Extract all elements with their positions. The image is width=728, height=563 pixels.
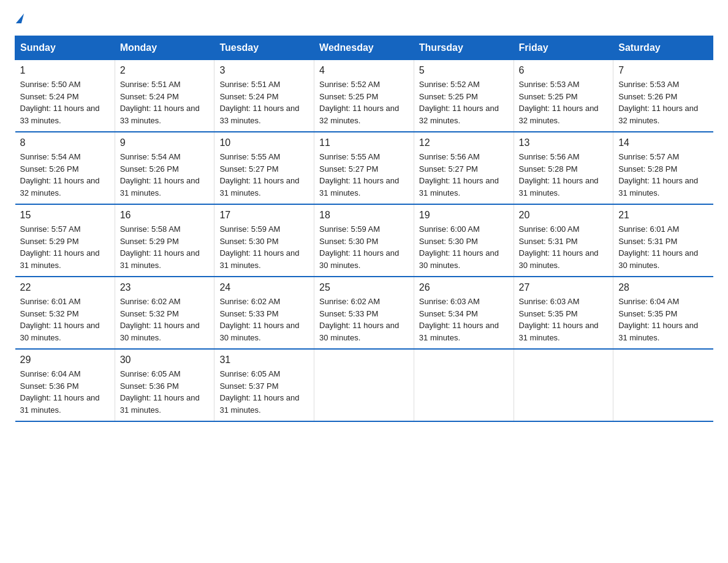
day-info: Sunrise: 6:05 AMSunset: 5:37 PMDaylight:… [219, 368, 309, 416]
calendar-day-cell [314, 349, 414, 421]
day-number: 6 [519, 65, 609, 76]
calendar-day-cell: 22 Sunrise: 6:01 AMSunset: 5:32 PMDaylig… [15, 277, 115, 349]
calendar-day-cell [613, 349, 713, 421]
day-number: 14 [618, 137, 708, 148]
day-info: Sunrise: 6:03 AMSunset: 5:34 PMDaylight:… [419, 296, 509, 343]
calendar-table: SundayMondayTuesdayWednesdayThursdayFrid… [15, 36, 713, 422]
day-number: 1 [20, 65, 110, 76]
calendar-week-row: 29 Sunrise: 6:04 AMSunset: 5:36 PMDaylig… [15, 349, 713, 421]
weekday-header-thursday: Thursday [414, 36, 514, 60]
calendar-week-row: 15 Sunrise: 5:57 AMSunset: 5:29 PMDaylig… [15, 204, 713, 277]
day-info: Sunrise: 6:02 AMSunset: 5:32 PMDaylight:… [120, 296, 210, 343]
day-number: 18 [319, 210, 409, 221]
calendar-day-cell: 25 Sunrise: 6:02 AMSunset: 5:33 PMDaylig… [314, 277, 414, 349]
calendar-day-cell: 11 Sunrise: 5:55 AMSunset: 5:27 PMDaylig… [314, 132, 414, 204]
day-info: Sunrise: 5:55 AMSunset: 5:27 PMDaylight:… [219, 151, 309, 199]
day-number: 7 [618, 65, 708, 76]
calendar-day-cell: 2 Sunrise: 5:51 AMSunset: 5:24 PMDayligh… [115, 60, 214, 132]
weekday-header-sunday: Sunday [15, 36, 115, 60]
weekday-header-tuesday: Tuesday [214, 36, 314, 60]
calendar-day-cell: 23 Sunrise: 6:02 AMSunset: 5:32 PMDaylig… [115, 277, 214, 349]
day-number: 17 [219, 210, 309, 221]
calendar-day-cell: 30 Sunrise: 6:05 AMSunset: 5:36 PMDaylig… [115, 349, 214, 421]
calendar-day-cell: 18 Sunrise: 5:59 AMSunset: 5:30 PMDaylig… [314, 204, 414, 277]
calendar-header: SundayMondayTuesdayWednesdayThursdayFrid… [15, 36, 713, 60]
day-number: 5 [419, 65, 509, 76]
day-number: 16 [120, 210, 210, 221]
calendar-day-cell [414, 349, 514, 421]
calendar-day-cell: 29 Sunrise: 6:04 AMSunset: 5:36 PMDaylig… [15, 349, 115, 421]
day-info: Sunrise: 5:59 AMSunset: 5:30 PMDaylight:… [219, 223, 309, 271]
day-info: Sunrise: 6:00 AMSunset: 5:30 PMDaylight:… [419, 223, 509, 271]
day-number: 30 [120, 354, 210, 366]
day-info: Sunrise: 6:05 AMSunset: 5:36 PMDaylight:… [120, 368, 210, 416]
day-number: 25 [319, 282, 409, 293]
day-info: Sunrise: 5:56 AMSunset: 5:27 PMDaylight:… [419, 151, 509, 199]
day-number: 21 [618, 210, 708, 221]
weekday-header-monday: Monday [115, 36, 214, 60]
day-info: Sunrise: 5:53 AMSunset: 5:25 PMDaylight:… [519, 79, 609, 126]
calendar-body: 1 Sunrise: 5:50 AMSunset: 5:24 PMDayligh… [15, 60, 713, 422]
page-header [15, 15, 713, 25]
day-number: 19 [419, 210, 509, 221]
day-number: 27 [519, 282, 609, 293]
day-info: Sunrise: 5:50 AMSunset: 5:24 PMDaylight:… [20, 79, 110, 126]
calendar-day-cell: 1 Sunrise: 5:50 AMSunset: 5:24 PMDayligh… [15, 60, 115, 132]
day-info: Sunrise: 6:01 AMSunset: 5:31 PMDaylight:… [618, 223, 708, 271]
calendar-day-cell: 26 Sunrise: 6:03 AMSunset: 5:34 PMDaylig… [414, 277, 514, 349]
day-info: Sunrise: 5:51 AMSunset: 5:24 PMDaylight:… [219, 79, 309, 126]
calendar-day-cell: 12 Sunrise: 5:56 AMSunset: 5:27 PMDaylig… [414, 132, 514, 204]
day-info: Sunrise: 5:54 AMSunset: 5:26 PMDaylight:… [120, 151, 210, 199]
day-number: 29 [20, 354, 110, 366]
logo [15, 15, 23, 25]
day-info: Sunrise: 5:57 AMSunset: 5:28 PMDaylight:… [618, 151, 708, 199]
day-number: 31 [219, 354, 309, 366]
calendar-day-cell: 5 Sunrise: 5:52 AMSunset: 5:25 PMDayligh… [414, 60, 514, 132]
calendar-week-row: 8 Sunrise: 5:54 AMSunset: 5:26 PMDayligh… [15, 132, 713, 204]
day-info: Sunrise: 5:57 AMSunset: 5:29 PMDaylight:… [20, 223, 110, 271]
calendar-day-cell: 7 Sunrise: 5:53 AMSunset: 5:26 PMDayligh… [613, 60, 713, 132]
calendar-day-cell: 24 Sunrise: 6:02 AMSunset: 5:33 PMDaylig… [214, 277, 314, 349]
day-number: 12 [419, 137, 509, 148]
calendar-day-cell: 17 Sunrise: 5:59 AMSunset: 5:30 PMDaylig… [214, 204, 314, 277]
calendar-day-cell: 28 Sunrise: 6:04 AMSunset: 5:35 PMDaylig… [613, 277, 713, 349]
day-number: 8 [20, 137, 110, 148]
day-info: Sunrise: 6:02 AMSunset: 5:33 PMDaylight:… [319, 296, 409, 343]
day-number: 28 [618, 282, 708, 293]
day-info: Sunrise: 5:56 AMSunset: 5:28 PMDaylight:… [519, 151, 609, 199]
calendar-day-cell: 19 Sunrise: 6:00 AMSunset: 5:30 PMDaylig… [414, 204, 514, 277]
calendar-day-cell: 9 Sunrise: 5:54 AMSunset: 5:26 PMDayligh… [115, 132, 214, 204]
day-info: Sunrise: 5:58 AMSunset: 5:29 PMDaylight:… [120, 223, 210, 271]
day-number: 15 [20, 210, 110, 221]
day-number: 20 [519, 210, 609, 221]
day-number: 3 [219, 65, 309, 76]
day-number: 26 [419, 282, 509, 293]
day-info: Sunrise: 5:55 AMSunset: 5:27 PMDaylight:… [319, 151, 409, 199]
calendar-day-cell: 6 Sunrise: 5:53 AMSunset: 5:25 PMDayligh… [514, 60, 613, 132]
day-number: 23 [120, 282, 210, 293]
day-info: Sunrise: 5:51 AMSunset: 5:24 PMDaylight:… [120, 79, 210, 126]
calendar-day-cell: 27 Sunrise: 6:03 AMSunset: 5:35 PMDaylig… [514, 277, 613, 349]
weekday-header-saturday: Saturday [613, 36, 713, 60]
weekday-header-wednesday: Wednesday [314, 36, 414, 60]
day-info: Sunrise: 5:54 AMSunset: 5:26 PMDaylight:… [20, 151, 110, 199]
calendar-day-cell: 8 Sunrise: 5:54 AMSunset: 5:26 PMDayligh… [15, 132, 115, 204]
day-info: Sunrise: 5:53 AMSunset: 5:26 PMDaylight:… [618, 79, 708, 126]
calendar-day-cell: 13 Sunrise: 5:56 AMSunset: 5:28 PMDaylig… [514, 132, 613, 204]
day-info: Sunrise: 6:00 AMSunset: 5:31 PMDaylight:… [519, 223, 609, 271]
calendar-week-row: 22 Sunrise: 6:01 AMSunset: 5:32 PMDaylig… [15, 277, 713, 349]
day-number: 4 [319, 65, 409, 76]
weekday-header-row: SundayMondayTuesdayWednesdayThursdayFrid… [15, 36, 713, 60]
calendar-day-cell: 3 Sunrise: 5:51 AMSunset: 5:24 PMDayligh… [214, 60, 314, 132]
day-number: 10 [219, 137, 309, 148]
calendar-day-cell: 31 Sunrise: 6:05 AMSunset: 5:37 PMDaylig… [214, 349, 314, 421]
day-info: Sunrise: 6:01 AMSunset: 5:32 PMDaylight:… [20, 296, 110, 343]
day-info: Sunrise: 5:52 AMSunset: 5:25 PMDaylight:… [419, 79, 509, 126]
calendar-day-cell: 16 Sunrise: 5:58 AMSunset: 5:29 PMDaylig… [115, 204, 214, 277]
day-number: 13 [519, 137, 609, 148]
calendar-day-cell: 10 Sunrise: 5:55 AMSunset: 5:27 PMDaylig… [214, 132, 314, 204]
day-number: 2 [120, 65, 210, 76]
logo-arrow-icon [16, 13, 24, 23]
calendar-day-cell: 4 Sunrise: 5:52 AMSunset: 5:25 PMDayligh… [314, 60, 414, 132]
day-info: Sunrise: 5:59 AMSunset: 5:30 PMDaylight:… [319, 223, 409, 271]
